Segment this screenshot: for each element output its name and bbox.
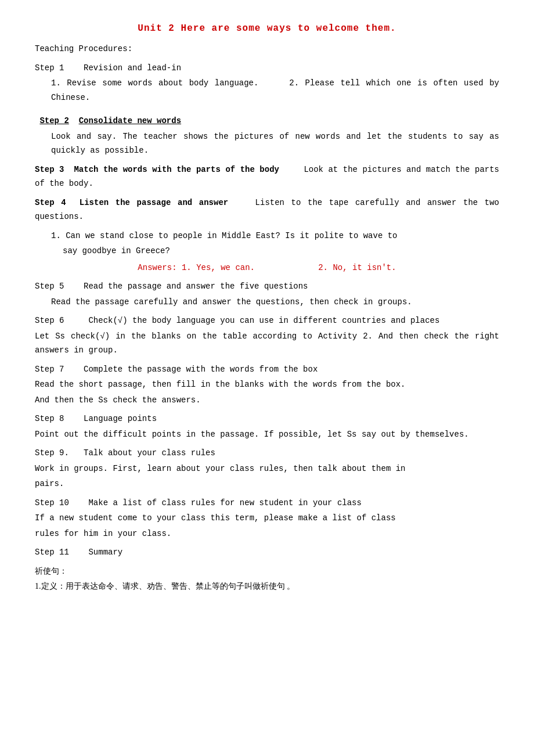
step7-body2: And then the Ss check the answers. — [35, 393, 499, 408]
step1-text: Revision and lead-in — [84, 63, 181, 73]
step2-body: Look and say. The teacher shows the pict… — [51, 129, 499, 158]
step3-label: Step 3 — [35, 165, 64, 174]
zhushi-label: 祈使句： — [35, 564, 499, 579]
step10-body2: rules for him in your class. — [35, 527, 499, 541]
step3-title: Match the words with the parts of the bo… — [74, 165, 279, 174]
answer2: 2. No, it isn't. — [318, 263, 396, 272]
step11-section: Step 11 Summary — [35, 545, 499, 560]
step11-header-line: Step 11 Summary — [35, 545, 499, 560]
step4-label: Step 4 — [35, 198, 66, 207]
step8-body: Point out the difficult points in the pa… — [35, 427, 499, 442]
step10-section: Step 10 Make a list of class rules for n… — [35, 496, 499, 541]
step10-label: Step 10 — [35, 498, 69, 507]
step7-section: Step 7 Complete the passage with the wor… — [35, 362, 499, 408]
step4-questions: 1. Can we stand close to people in Middl… — [35, 229, 499, 275]
step6-text: Check(√) the body language you can use i… — [88, 316, 439, 325]
step4-section: Step 4 Listen the passage and answer Lis… — [35, 196, 499, 224]
answer1: 1. Yes, we can. — [182, 263, 255, 272]
step2-label: Step 2 — [39, 116, 68, 125]
step3-section: Step 3 Match the words with the parts of… — [35, 163, 499, 191]
step7-text: Complete the passage with the words from… — [84, 365, 317, 374]
step9-body2: pairs. — [35, 477, 499, 491]
step9-label: Step 9. — [35, 448, 69, 458]
teaching-procedures-text: Teaching Procedures: — [35, 42, 499, 56]
step1-header: Step 1 Revision and lead-in — [35, 61, 499, 75]
step9-text: Talk about your class rules — [84, 448, 215, 458]
step5-body: Read the passage carefully and answer th… — [51, 295, 499, 309]
step8-text: Language points — [84, 414, 157, 423]
answers-line: Answers: 1. Yes, we can. 2. No, it isn't… — [35, 261, 499, 275]
step6-label: Step 6 — [35, 316, 64, 325]
step4-header-line: Step 4 Listen the passage and answer Lis… — [35, 196, 499, 224]
step10-body1: If a new student come to your class this… — [35, 511, 499, 525]
step9-body1: Work in groups. First, learn about your … — [35, 462, 499, 476]
step7-header-line: Step 7 Complete the passage with the wor… — [35, 362, 499, 377]
step10-header-line: Step 10 Make a list of class rules for n… — [35, 496, 499, 510]
step5-section: Step 5 Read the passage and answer the f… — [35, 279, 499, 309]
step1-section: Step 1 Revision and lead-in 1. Revise so… — [35, 61, 499, 105]
step8-section: Step 8 Language points Point out the dif… — [35, 412, 499, 441]
zhushi-1: 1.定义：用于表达命令、请求、劝告、警告、禁止等的句子叫做祈使句 。 — [35, 579, 499, 594]
zhushi-section: 祈使句： 1.定义：用于表达命令、请求、劝告、警告、禁止等的句子叫做祈使句 。 — [35, 564, 499, 594]
teaching-procedures-label: Teaching Procedures: — [35, 42, 499, 56]
step1-label: Step 1 — [35, 63, 64, 73]
answers-label: Answers: — [138, 263, 176, 272]
step5-header-line: Step 5 Read the passage and answer the f… — [35, 279, 499, 294]
step9-section: Step 9. Talk about your class rules Work… — [35, 446, 499, 491]
step6-header-line: Step 6 Check(√) the body language you ca… — [35, 314, 499, 328]
step6-section: Step 6 Check(√) the body language you ca… — [35, 314, 499, 358]
step10-text: Make a list of class rules for new stude… — [88, 498, 361, 507]
step7-body1: Read the short passage, then fill in the… — [35, 377, 499, 392]
step7-label: Step 7 — [35, 365, 64, 374]
page-title: Unit 2 Here are some ways to welcome the… — [35, 23, 499, 34]
step9-header-line: Step 9. Talk about your class rules — [35, 446, 499, 460]
step5-text: Read the passage and answer the five que… — [84, 282, 308, 291]
step11-label: Step 11 — [35, 548, 69, 557]
step4-title: Listen the passage and answer — [80, 198, 228, 207]
step8-header-line: Step 8 Language points — [35, 412, 499, 426]
step4-q1: 1. Can we stand close to people in Middl… — [51, 229, 499, 243]
step2-header-line: Step 2 Consolidate new words — [35, 114, 499, 128]
step1-item1: 1. Revise some words about body language… — [51, 76, 499, 105]
step6-body: Let Ss check(√) in the blanks on the tab… — [35, 329, 499, 358]
step5-label: Step 5 — [35, 282, 64, 291]
step3-header-line: Step 3 Match the words with the parts of… — [35, 163, 499, 191]
step2-title: Consolidate new words — [79, 116, 181, 125]
step2-section: Step 2 Consolidate new words Look and sa… — [35, 114, 499, 158]
step4-q1b: say goodbye in Greece? — [63, 244, 499, 258]
step8-label: Step 8 — [35, 414, 64, 423]
step11-text: Summary — [88, 548, 122, 557]
